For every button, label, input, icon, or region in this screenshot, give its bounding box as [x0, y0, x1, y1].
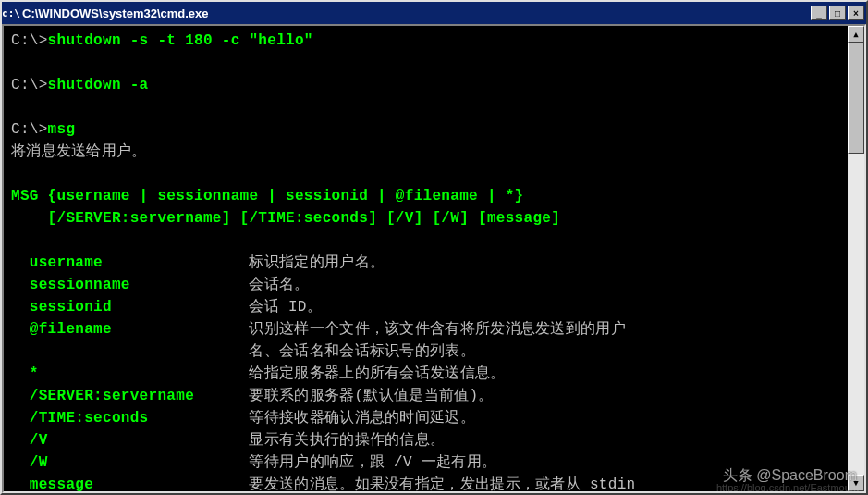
- titlebar[interactable]: c:\ C:\WINDOWS\system32\cmd.exe _ □ ×: [2, 2, 866, 24]
- watermark-url: https://blog.csdn.net/Eastmount: [716, 482, 859, 493]
- vertical-scrollbar: ▲ ▼: [848, 26, 864, 491]
- window-controls: _ □ ×: [811, 6, 864, 20]
- scroll-track[interactable]: [848, 43, 864, 475]
- minimize-button[interactable]: _: [811, 6, 827, 20]
- cmd-icon: c:\: [4, 6, 18, 20]
- scroll-thumb[interactable]: [848, 43, 864, 154]
- window-title: C:\WINDOWS\system32\cmd.exe: [22, 6, 811, 20]
- main-window: c:\ C:\WINDOWS\system32\cmd.exe _ □ × C:…: [0, 0, 868, 495]
- close-button[interactable]: ×: [848, 6, 864, 20]
- client-area: C:\>shutdown -s -t 180 -c "hello" C:\>sh…: [2, 24, 866, 493]
- scroll-up-button[interactable]: ▲: [848, 26, 864, 43]
- terminal-output[interactable]: C:\>shutdown -s -t 180 -c "hello" C:\>sh…: [4, 26, 848, 491]
- maximize-button[interactable]: □: [829, 6, 846, 20]
